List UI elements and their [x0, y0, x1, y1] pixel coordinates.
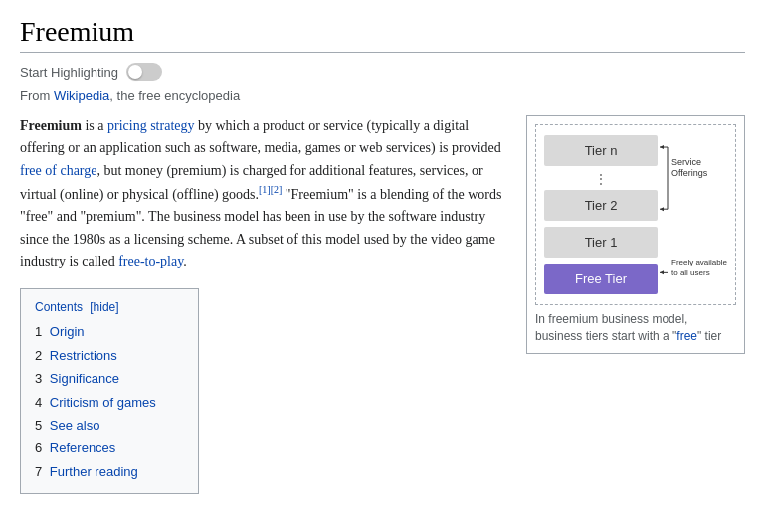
toc-num-1: 1 — [35, 324, 42, 339]
toc-num-7: 7 — [35, 464, 42, 479]
highlight-toggle[interactable] — [126, 63, 162, 81]
toc-num-5: 5 — [35, 418, 42, 433]
svg-marker-1 — [660, 145, 664, 149]
highlight-row: Start Highlighting — [20, 63, 745, 81]
free-to-play-link[interactable]: free-to-play — [118, 254, 183, 268]
text-section: Freemium is a pricing strategy by which … — [20, 115, 506, 494]
toc-num-3: 3 — [35, 371, 42, 386]
toc-link-restrictions[interactable]: Restrictions — [50, 348, 117, 363]
toc-list: 1 Origin 2 Restrictions 3 Significance 4… — [35, 320, 184, 483]
svg-text:to all users: to all users — [671, 268, 710, 277]
free-tier-block: Free Tier — [544, 264, 658, 294]
tier-n-label: Tier n — [585, 143, 618, 158]
toc-num-6: 6 — [35, 441, 42, 455]
main-content: Freemium is a pricing strategy by which … — [20, 115, 745, 494]
toc-link-references[interactable]: References — [50, 441, 115, 455]
diagram-inner: Tier n ⋮ Tier 2 Tier 1 Free Tier — [544, 135, 727, 294]
free-of-charge-link[interactable]: free of charge — [20, 163, 96, 178]
toc-item-2: 2 Restrictions — [35, 344, 184, 367]
tier-2-label: Tier 2 — [585, 198, 618, 213]
toc-title: Contents [hide] — [35, 299, 184, 314]
toggle-knob — [128, 65, 142, 79]
article-paragraph: Freemium is a pricing strategy by which … — [20, 115, 506, 272]
toc-link-see-also[interactable]: See also — [50, 418, 100, 433]
tier-2-block: Tier 2 — [544, 190, 658, 221]
toc-item-7: 7 Further reading — [35, 460, 184, 483]
diagram-arrows-svg: Service Offerings Freely available to al… — [658, 135, 727, 294]
toc-link-further-reading[interactable]: Further reading — [50, 464, 138, 479]
toc-item-3: 3 Significance — [35, 367, 184, 390]
toc-link-significance[interactable]: Significance — [50, 371, 119, 386]
cite-1-2[interactable]: [1][2] — [259, 184, 282, 195]
diagram-caption: In freemium business model, business tie… — [535, 311, 736, 345]
toc-link-origin[interactable]: Origin — [50, 324, 85, 339]
article-bold-term: Freemium — [20, 118, 82, 133]
free-tier-caption-link[interactable]: free — [676, 329, 697, 343]
toc-num-2: 2 — [35, 348, 42, 363]
pricing-strategy-link[interactable]: pricing strategy — [107, 118, 194, 133]
toc-item-1: 1 Origin — [35, 320, 184, 343]
toc-item-6: 6 References — [35, 437, 184, 459]
toc-item-4: 4 Criticism of games — [35, 391, 184, 414]
free-tier-label: Free Tier — [575, 271, 627, 286]
highlight-label: Start Highlighting — [20, 65, 118, 80]
table-of-contents: Contents [hide] 1 Origin 2 Restrictions … — [20, 288, 199, 494]
toc-hide-button[interactable]: [hide] — [90, 300, 118, 314]
svg-marker-3 — [660, 207, 664, 211]
svg-marker-8 — [660, 270, 664, 274]
toc-title-text: Contents — [35, 300, 83, 314]
tier-n-block: Tier n — [544, 135, 658, 166]
toc-link-criticism[interactable]: Criticism of games — [50, 395, 156, 410]
wiki-source: From Wikipedia, the free encyclopedia — [20, 89, 745, 103]
svg-text:Freely available: Freely available — [671, 258, 727, 266]
svg-text:Service: Service — [671, 157, 701, 167]
wikipedia-link[interactable]: Wikipedia — [54, 89, 109, 103]
diagram-container: ⤢ Tier n ⋮ Tier 2 Tier 1 Free Ti — [526, 115, 745, 354]
diagram-area: Tier n ⋮ Tier 2 Tier 1 Free Tier — [535, 124, 736, 305]
toc-num-4: 4 — [35, 395, 42, 410]
tier-dots: ⋮ — [544, 172, 658, 186]
toc-item-5: 5 See also — [35, 414, 184, 437]
page-title: Freemium — [20, 16, 745, 53]
tier-1-block: Tier 1 — [544, 227, 658, 258]
tier-1-label: Tier 1 — [585, 235, 618, 250]
svg-text:Offerings: Offerings — [671, 168, 708, 178]
